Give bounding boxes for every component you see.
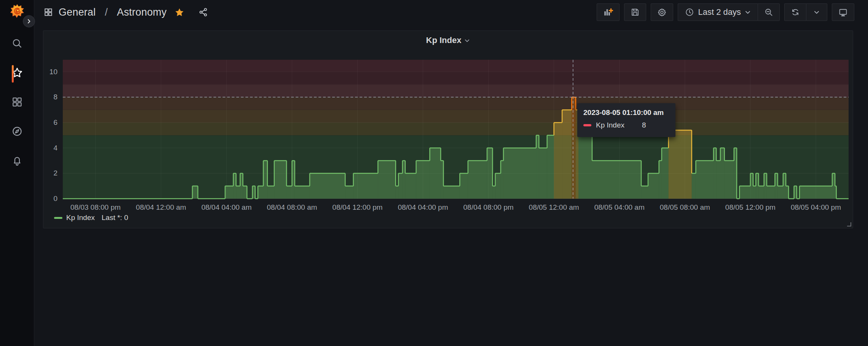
y-axis-tick-label: 8	[53, 93, 57, 101]
sidebar-item-dashboards[interactable]	[9, 94, 25, 111]
chart-tooltip: 2023-08-05 01:10:00 am Kp Index 8	[577, 103, 675, 137]
gear-icon	[657, 8, 667, 17]
x-axis-tick-label: 08/04 12:00 pm	[332, 203, 382, 211]
grafana-logo[interactable]	[10, 4, 24, 18]
cycle-view-mode-button[interactable]	[832, 3, 854, 21]
sidebar-expand-button[interactable]	[23, 15, 35, 27]
chevron-right-icon	[26, 19, 32, 24]
x-axis-tick-label: 08/05 12:00 am	[529, 203, 579, 211]
sidebar-item-explore[interactable]	[9, 124, 25, 140]
y-axis-tick-label: 0	[53, 195, 57, 202]
search-icon	[11, 38, 23, 51]
legend-series-name[interactable]: Kp Index	[66, 214, 95, 222]
time-controls: Last 2 days	[678, 3, 780, 21]
apps-grid-icon[interactable]	[43, 7, 53, 17]
panel-resize-handle[interactable]	[847, 222, 851, 226]
add-panel-icon	[603, 7, 613, 17]
time-range-picker[interactable]: Last 2 days	[678, 3, 758, 21]
x-axis-tick-label: 08/04 04:00 am	[201, 203, 252, 211]
tooltip-series-value: 8	[642, 121, 646, 129]
zoom-out-icon	[764, 8, 773, 17]
x-axis-tick-label: 08/03 08:00 pm	[70, 203, 121, 211]
refresh-icon	[791, 8, 800, 17]
y-axis-tick-label: 4	[53, 144, 57, 152]
save-icon	[631, 8, 640, 17]
tooltip-timestamp: 2023-08-05 01:10:00 am	[583, 108, 669, 117]
legend-series-swatch	[54, 217, 62, 219]
chart-legend: Kp Index Last *: 0	[54, 214, 128, 222]
breadcrumb-separator: /	[105, 6, 108, 18]
clock-icon	[685, 8, 694, 17]
x-axis-tick-label: 08/05 12:00 pm	[725, 203, 776, 211]
tooltip-series-swatch	[583, 124, 591, 126]
y-axis-tick-label: 6	[53, 118, 57, 126]
alerting-bell-icon	[11, 155, 23, 168]
legend-last-value: Last *: 0	[102, 214, 128, 222]
add-panel-button[interactable]	[597, 3, 620, 21]
tv-monitor-icon	[838, 8, 848, 17]
chevron-down-icon	[814, 9, 820, 15]
breadcrumb: General / Astronomy	[43, 6, 208, 18]
x-axis-tick-label: 08/05 04:00 am	[594, 203, 645, 211]
save-dashboard-button[interactable]	[624, 3, 646, 21]
y-axis-tick-label: 10	[49, 68, 57, 76]
favorite-star-icon[interactable]	[174, 7, 185, 18]
active-indicator-bar	[12, 65, 14, 83]
explore-compass-icon	[11, 126, 23, 139]
sidebar-item-starred[interactable]	[9, 65, 25, 82]
kp-index-panel: Kp Index 024681008/03 08:00 pm08/04 12:0…	[43, 30, 853, 228]
x-axis-tick-label: 08/05 04:00 pm	[791, 203, 841, 211]
refresh-interval-dropdown[interactable]	[806, 3, 827, 21]
breadcrumb-page-title[interactable]: Astronomy	[117, 6, 167, 18]
tooltip-series-name: Kp Index	[596, 121, 624, 129]
share-icon[interactable]	[198, 7, 208, 17]
x-axis-tick-label: 08/04 08:00 am	[267, 203, 317, 211]
chevron-down-icon	[745, 9, 751, 15]
x-axis-tick-label: 08/05 08:00 am	[660, 203, 710, 211]
top-navigation-bar: General / Astronomy	[34, 0, 868, 24]
dashboard-toolbar: Last 2 days	[597, 3, 854, 21]
y-axis-tick-label: 2	[53, 169, 57, 177]
sidebar-item-search[interactable]	[9, 36, 25, 53]
time-zoom-out-button[interactable]	[758, 3, 780, 21]
refresh-controls	[784, 3, 827, 21]
dashboard-settings-button[interactable]	[651, 3, 673, 21]
dashboards-icon	[11, 96, 23, 109]
breadcrumb-section[interactable]: General	[59, 6, 96, 18]
sidebar-item-alerting[interactable]	[9, 153, 25, 170]
sidebar	[0, 0, 34, 346]
refresh-button[interactable]	[784, 3, 806, 21]
kp-index-chart[interactable]: 024681008/03 08:00 pm08/04 12:00 am08/04…	[43, 31, 853, 228]
x-axis-tick-label: 08/04 08:00 pm	[463, 203, 514, 211]
x-axis-tick-label: 08/04 04:00 pm	[398, 203, 448, 211]
x-axis-tick-label: 08/04 12:00 am	[136, 203, 186, 211]
time-range-label: Last 2 days	[698, 7, 741, 17]
